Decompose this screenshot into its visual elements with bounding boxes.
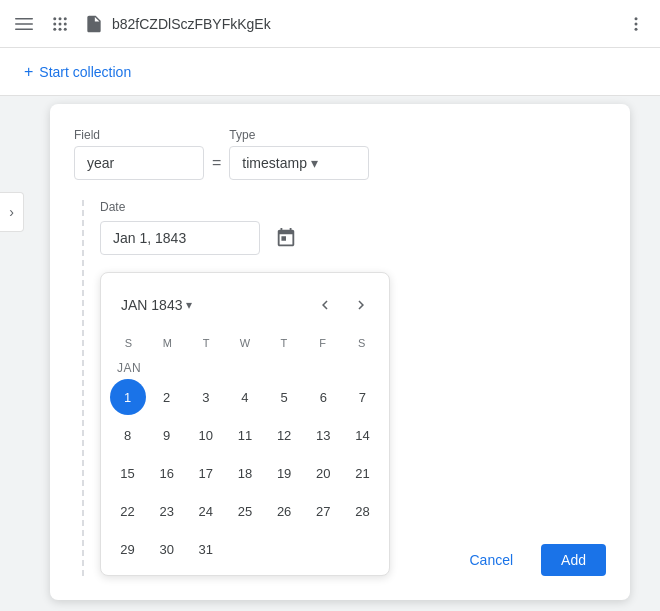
calendar-day-12[interactable]: 12 <box>266 417 302 453</box>
calendar-day-22[interactable]: 22 <box>110 493 146 529</box>
calendar-day-4[interactable]: 4 <box>227 379 263 415</box>
svg-point-6 <box>53 22 56 25</box>
calendar-day-7[interactable]: 7 <box>344 379 380 415</box>
calendar-day-3[interactable]: 3 <box>188 379 224 415</box>
field-group: Field <box>74 128 204 180</box>
dropdown-chevron-icon: ▾ <box>186 298 192 312</box>
svg-point-9 <box>53 27 56 30</box>
main-content: › Field = Type timestamp Date <box>0 96 660 611</box>
chevron-down-icon <box>311 155 356 171</box>
calendar-navigation <box>309 289 377 321</box>
calendar-empty-cell <box>226 531 263 567</box>
svg-rect-0 <box>15 18 33 20</box>
calendar-month-label: JAN <box>109 357 381 379</box>
field-input[interactable] <box>74 146 204 180</box>
weekday-wed: W <box>226 333 265 353</box>
calendar-day-30[interactable]: 30 <box>149 531 185 567</box>
weekday-sat: S <box>342 333 381 353</box>
sub-bar: + Start collection <box>0 48 660 96</box>
calendar-day-28[interactable]: 28 <box>344 493 380 529</box>
chevron-right-icon: › <box>9 204 14 220</box>
calendar-day-19[interactable]: 19 <box>266 455 302 491</box>
calendar-day-29[interactable]: 29 <box>110 531 146 567</box>
calendar-day-25[interactable]: 25 <box>227 493 263 529</box>
start-collection-button[interactable]: + Start collection <box>16 57 139 87</box>
type-value: timestamp <box>242 155 307 171</box>
svg-point-3 <box>53 17 56 20</box>
field-label: Field <box>74 128 204 142</box>
date-input[interactable] <box>100 221 260 255</box>
equals-sign: = <box>212 154 221 180</box>
calendar-day-23[interactable]: 23 <box>149 493 185 529</box>
doc-icon <box>84 14 104 34</box>
calendar-day-2[interactable]: 2 <box>149 379 185 415</box>
svg-rect-2 <box>15 28 33 30</box>
date-input-row <box>100 220 606 256</box>
calendar-day-11[interactable]: 11 <box>227 417 263 453</box>
svg-point-7 <box>59 22 62 25</box>
svg-point-5 <box>64 17 67 20</box>
weekday-sun: S <box>109 333 148 353</box>
svg-point-13 <box>635 22 638 25</box>
svg-point-14 <box>635 27 638 30</box>
calendar-empty-cell <box>344 531 381 567</box>
calendar-day-1[interactable]: 1 <box>110 379 146 415</box>
type-select[interactable]: timestamp <box>229 146 369 180</box>
date-panel: Date JAN 1843 ▾ <box>82 200 606 576</box>
calendar-day-27[interactable]: 27 <box>305 493 341 529</box>
calendar-empty-cell <box>266 531 303 567</box>
calendar-day-18[interactable]: 18 <box>227 455 263 491</box>
sidebar-toggle-button[interactable]: › <box>0 192 24 232</box>
top-bar-left-icons <box>8 8 76 40</box>
calendar-empty-cell <box>305 531 342 567</box>
next-month-button[interactable] <box>345 289 377 321</box>
calendar-icon-button[interactable] <box>268 220 304 256</box>
calendar-day-15[interactable]: 15 <box>110 455 146 491</box>
add-button[interactable]: Add <box>541 544 606 576</box>
doc-title: b82fCZDlSczFBYFkKgEk <box>112 16 612 32</box>
calendar-day-17[interactable]: 17 <box>188 455 224 491</box>
dialog-panel: Field = Type timestamp Date <box>50 104 630 600</box>
calendar-day-13[interactable]: 13 <box>305 417 341 453</box>
top-bar: b82fCZDlSczFBYFkKgEk <box>0 0 660 48</box>
svg-point-12 <box>635 17 638 20</box>
grid-icon[interactable] <box>44 8 76 40</box>
cancel-button[interactable]: Cancel <box>449 544 533 576</box>
calendar-header: JAN 1843 ▾ <box>109 281 381 329</box>
svg-point-10 <box>59 27 62 30</box>
weekday-thu: T <box>264 333 303 353</box>
weekday-fri: F <box>303 333 342 353</box>
calendar-weekdays: S M T W T F S <box>109 329 381 357</box>
calendar-days: 1234567891011121314151617181920212223242… <box>109 379 381 567</box>
calendar-day-10[interactable]: 10 <box>188 417 224 453</box>
calendar-day-8[interactable]: 8 <box>110 417 146 453</box>
more-options-icon[interactable] <box>620 8 652 40</box>
action-buttons: Cancel Add <box>449 544 606 576</box>
calendar-day-21[interactable]: 21 <box>344 455 380 491</box>
svg-point-4 <box>59 17 62 20</box>
calendar-day-31[interactable]: 31 <box>188 531 224 567</box>
weekday-mon: M <box>148 333 187 353</box>
calendar-day-6[interactable]: 6 <box>305 379 341 415</box>
svg-rect-1 <box>15 23 33 25</box>
start-collection-label: Start collection <box>39 64 131 80</box>
calendar-widget: JAN 1843 ▾ S M <box>100 272 390 576</box>
calendar-day-9[interactable]: 9 <box>149 417 185 453</box>
calendar-day-5[interactable]: 5 <box>266 379 302 415</box>
calendar-day-24[interactable]: 24 <box>188 493 224 529</box>
month-year-label: JAN 1843 <box>121 297 182 313</box>
svg-point-11 <box>64 27 67 30</box>
calendar-day-16[interactable]: 16 <box>149 455 185 491</box>
plus-icon: + <box>24 63 33 81</box>
calendar-day-14[interactable]: 14 <box>344 417 380 453</box>
calendar-day-20[interactable]: 20 <box>305 455 341 491</box>
prev-month-button[interactable] <box>309 289 341 321</box>
type-group: Type timestamp <box>229 128 369 180</box>
month-year-button[interactable]: JAN 1843 ▾ <box>113 293 200 317</box>
weekday-tue: T <box>187 333 226 353</box>
type-label: Type <box>229 128 369 142</box>
hamburger-icon[interactable] <box>8 8 40 40</box>
date-label: Date <box>100 200 606 214</box>
svg-point-8 <box>64 22 67 25</box>
calendar-day-26[interactable]: 26 <box>266 493 302 529</box>
